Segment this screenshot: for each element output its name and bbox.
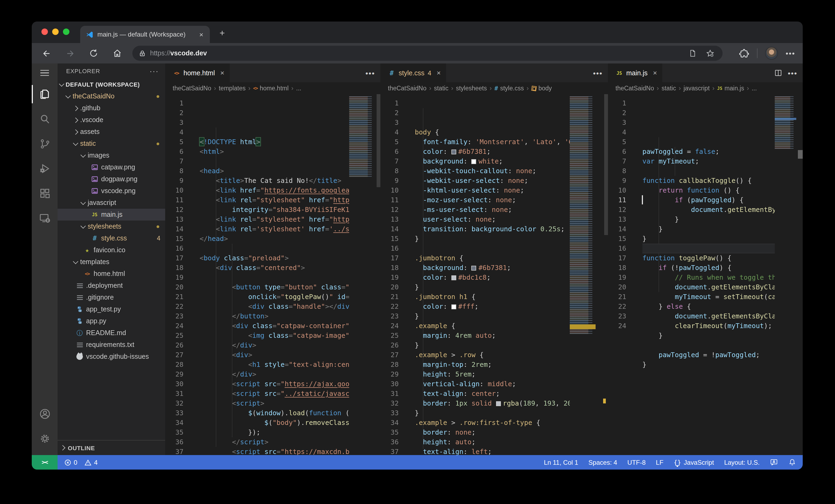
code-line[interactable]: <div class="catpaw-container">	[200, 321, 349, 331]
code-line[interactable]: <head>	[200, 166, 349, 176]
code-line[interactable]: }	[643, 234, 775, 244]
breadcrumb-item[interactable]: #style.css	[494, 85, 524, 92]
reload-icon[interactable]	[85, 45, 102, 61]
tree-item-stylesheets[interactable]: stylesheets	[58, 220, 165, 232]
code-line[interactable]: vertical-align: middle;	[415, 379, 570, 389]
code-line[interactable]	[200, 273, 349, 282]
code-line[interactable]: border: none;	[415, 427, 570, 437]
close-icon[interactable]: ×	[653, 69, 657, 77]
tree-item-.deployment[interactable]: .deployment	[58, 280, 165, 292]
code-line[interactable]: clearTimeout(myTimeout);	[643, 321, 775, 331]
new-tab-button[interactable]: +	[216, 28, 229, 39]
tree-item-.github[interactable]: .github	[58, 102, 165, 114]
remote-explorer-activity-icon[interactable]	[32, 206, 58, 230]
code-line[interactable]: <link rel='stylesheet' href='../st	[200, 224, 349, 234]
code-line[interactable]: }	[415, 311, 570, 321]
code-line[interactable]: <div>	[200, 350, 349, 360]
tree-item-images[interactable]: images	[58, 149, 165, 161]
code-line[interactable]: var myTimeout;	[643, 156, 775, 166]
problems-status[interactable]: 0 4	[64, 459, 98, 466]
account-icon[interactable]	[32, 401, 58, 426]
close-traffic-light[interactable]	[41, 28, 48, 35]
breadcrumb-item[interactable]: ...	[752, 85, 757, 91]
code-line[interactable]: .example > .row:first-of-type {	[415, 418, 570, 427]
code-line[interactable]: font-family: 'Montserrat', 'Lato', 'O	[415, 137, 570, 147]
tab-close-icon[interactable]: ×	[198, 30, 204, 39]
tree-item-catpaw.png[interactable]: catpaw.png	[58, 161, 165, 173]
code-line[interactable]: }	[415, 282, 570, 292]
zoom-traffic-light[interactable]	[63, 28, 69, 35]
code-line[interactable]: <title>The Cat said No!</title>	[200, 176, 349, 186]
code-line[interactable]: }	[415, 340, 570, 350]
extensions-puzzle-icon[interactable]	[739, 48, 750, 58]
minimap-zone[interactable]	[349, 94, 380, 455]
tree-item-main.js[interactable]: JSmain.js	[58, 209, 165, 220]
code-line[interactable]	[643, 340, 775, 350]
code-line[interactable]: <body class="preload">	[200, 253, 349, 263]
breadcrumb-item[interactable]: ...	[296, 85, 301, 91]
minimap[interactable]	[775, 96, 796, 149]
minimap-zone[interactable]	[570, 94, 608, 455]
code-editor-home-html[interactable]: 1234567891011121314151617181920212223242…	[165, 94, 380, 455]
code-line[interactable]: <script>	[200, 399, 349, 408]
tree-item-app.py[interactable]: app.py	[58, 315, 165, 327]
tree-item-dogpaw.png[interactable]: dogpaw.png	[58, 173, 165, 185]
source-control-activity-icon[interactable]	[32, 131, 58, 156]
code-line[interactable]: <div class="centered">	[200, 263, 349, 273]
tree-item-vscode.github-issues[interactable]: vscode.github-issues	[58, 351, 165, 362]
code-line[interactable]: user-select: none;	[415, 215, 570, 224]
breadcrumb-item[interactable]: static	[434, 85, 448, 91]
code-editor-main-js[interactable]: 123456789101112131415161718192021222324 …	[608, 94, 803, 455]
code-line[interactable]: return function () {	[643, 186, 775, 195]
tree-item-javascript[interactable]: javascript	[58, 197, 165, 209]
code-line[interactable]	[200, 244, 349, 253]
code-line[interactable]: } else {	[643, 302, 775, 311]
run-debug-activity-icon[interactable]	[32, 156, 58, 181]
bookmark-star-icon[interactable]	[705, 49, 715, 58]
encoding-status[interactable]: UTF-8	[627, 459, 646, 466]
tree-item-home.html[interactable]: <>home.html	[58, 268, 165, 280]
code-line[interactable]	[415, 244, 570, 253]
code-line[interactable]: <!DOCTYPE html>	[200, 137, 349, 147]
code-line[interactable]: </button>	[200, 311, 349, 321]
tree-item-.vscode[interactable]: .vscode	[58, 114, 165, 126]
split-editor-icon[interactable]	[774, 69, 782, 77]
breadcrumb[interactable]: theCatSaidNo›static›javascript›JSmain.js…	[608, 82, 803, 94]
code-line[interactable]: -khtml-user-select: none;	[415, 186, 570, 195]
tree-item-theCatSaidNo[interactable]: theCatSaidNo	[58, 90, 165, 102]
tree-item-style.css[interactable]: #style.css4	[58, 232, 165, 244]
code-line[interactable]: }	[643, 224, 775, 234]
tree-item-vscode.png[interactable]: vscode.png	[58, 185, 165, 197]
code-line[interactable]: <html>	[200, 147, 349, 156]
editor-actions-icon[interactable]: •••	[593, 68, 603, 77]
code-line[interactable]: $(window).load(function ()	[200, 408, 349, 418]
code-line[interactable]: text-align: center;	[415, 389, 570, 399]
eol-status[interactable]: LF	[656, 459, 664, 466]
breadcrumb-item[interactable]: <>home.html	[253, 85, 289, 91]
search-activity-icon[interactable]	[32, 106, 58, 131]
code-line[interactable]: </head>	[200, 234, 349, 244]
code-line[interactable]: function callbackToggle() {	[643, 176, 775, 186]
breadcrumb-item[interactable]: stylesheets	[456, 85, 487, 91]
minimize-traffic-light[interactable]	[52, 28, 59, 35]
code-content[interactable]: <!DOCTYPE html><html><head> <title>The C…	[191, 94, 349, 455]
code-line[interactable]: body {	[415, 127, 570, 137]
tab-style-css[interactable]: # style.css 4 ×	[380, 63, 446, 82]
code-line[interactable]: </div>	[200, 370, 349, 379]
settings-gear-icon[interactable]	[32, 426, 58, 451]
tree-item-favicon.ico[interactable]: ★favicon.ico	[58, 244, 165, 256]
code-line[interactable]: <link rel="stylesheet" href="https	[200, 195, 349, 205]
menu-hamburger-icon[interactable]	[32, 63, 58, 82]
breadcrumb-item[interactable]: static	[661, 85, 676, 91]
browser-menu-icon[interactable]: •••	[786, 49, 795, 58]
indentation-status[interactable]: Spaces: 4	[588, 459, 617, 466]
code-line[interactable]: document.getElementsByClassNa	[643, 282, 775, 292]
code-line[interactable]: <script src="../static/javascr	[200, 389, 349, 399]
explorer-activity-icon[interactable]	[32, 82, 58, 106]
code-line[interactable]: if (pawToggled) {	[643, 195, 775, 205]
code-line[interactable]: -ms-user-select: none;	[415, 205, 570, 215]
tree-item-README.md[interactable]: ⓘREADME.md	[58, 327, 165, 339]
code-line[interactable]: border: 1px solid rgba(189, 193, 20	[415, 399, 570, 408]
close-icon[interactable]: ×	[436, 69, 441, 77]
code-line[interactable]: transition: background-color 0.25s;	[415, 224, 570, 234]
